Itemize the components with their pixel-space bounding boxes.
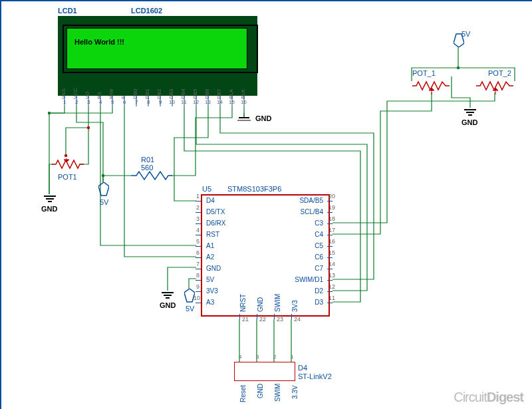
svg-point-20 [87,126,90,129]
conn-part: ST-LinkV2 [298,372,332,380]
mcu-refdes: U5 [202,185,211,193]
pot1-refdes: POT1 [58,173,77,181]
gnd-label-lcd: GND [255,114,271,122]
pot-adc1-ref: POT_1 [412,69,436,77]
schematic-canvas: Hello World !!! LCD1 LCD1602 VSS VCC VO … [0,0,532,409]
svg-marker-25 [184,289,195,302]
svg-point-19 [65,154,67,157]
v5-mcu-label: 5V [186,305,194,313]
svg-marker-21 [98,182,109,196]
v5-label-1: 5V [100,198,108,206]
r01-refdes: R01 [141,156,154,164]
mcu-part: STM8S103F3P6 [227,185,281,193]
svg-point-18 [457,67,460,69]
gnd-symbol [44,196,56,204]
pot-contrast [52,158,84,174]
pot-adc2-ref: POT_2 [488,69,511,77]
vtag-lcd [98,182,109,197]
svg-point-16 [48,112,51,114]
stlink-connector [234,362,295,381]
vtag-mcu [184,289,195,303]
pot-adc2 [476,80,513,96]
resistor-r01 [131,170,172,181]
gnd-pots-label: GND [462,118,477,126]
svg-point-17 [102,174,104,177]
gnd-pots [464,109,476,117]
gnd-cap-symbol [237,113,255,126]
gnd-label: GND [41,205,57,213]
gnd-mcu-label: GND [160,301,176,309]
watermark: CircuitDigest [454,390,523,405]
r01-value: 560 [141,164,153,172]
gnd-mcu [162,292,174,300]
conn-refdes: D4 [298,364,307,372]
v5-pots-label: 5V [462,30,470,38]
pot-adc1 [412,80,450,96]
